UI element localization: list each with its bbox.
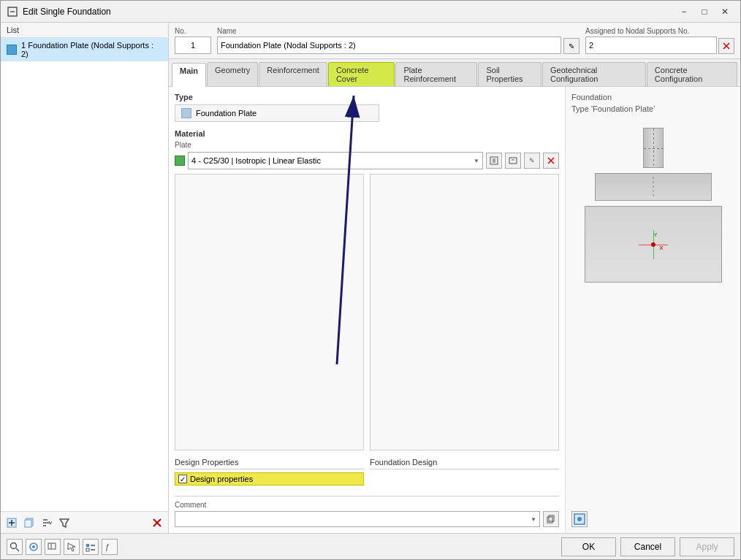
name-group: Name ✎ [217, 27, 580, 54]
filter-button[interactable] [56, 515, 72, 531]
list-item[interactable]: 1 Foundation Plate (Nodal Supports : 2) [1, 38, 168, 61]
design-checkbox-row[interactable]: ✓ Design properties [175, 472, 364, 486]
tabs: Main Geometry Reinforcement Concrete Cov… [169, 59, 740, 86]
sort-button[interactable] [39, 515, 55, 531]
svg-rect-6 [25, 520, 31, 527]
diag-column [643, 128, 664, 168]
type-title: Type [175, 93, 559, 101]
no-input[interactable] [175, 37, 211, 54]
edit-name-button[interactable]: ✎ [563, 38, 580, 54]
assigned-input[interactable] [585, 37, 717, 54]
panel-left [175, 174, 364, 450]
diag-base-plate [595, 173, 712, 201]
tab-concrete-config[interactable]: Concrete Configuration [647, 62, 737, 86]
svg-rect-36 [86, 544, 89, 547]
design-col-1: Design Properties ✓ Design properties [175, 458, 364, 486]
right-panel-label: Foundation [571, 93, 734, 101]
close-button[interactable]: ✕ [715, 4, 734, 19]
search-button[interactable] [7, 539, 23, 555]
top-form: No. Name ✎ Assigned to Nodal Supports No… [169, 23, 740, 59]
comment-area: Comment ▼ [175, 496, 559, 527]
tab-concrete-cover[interactable]: Concrete Cover [328, 62, 395, 86]
window-title: Edit Single Foundation [23, 7, 674, 17]
plate-label: Plate [175, 141, 559, 149]
action-buttons: OK Cancel Apply [561, 537, 734, 556]
minimize-button[interactable]: − [674, 4, 694, 19]
main-content: List 1 Foundation Plate (Nodal Supports … [1, 23, 740, 533]
right-panel-sublabel: Type 'Foundation Plate' [571, 104, 734, 113]
title-bar-buttons: − □ ✕ [674, 4, 734, 19]
left-panel-toolbar [1, 511, 168, 533]
tab-geometry[interactable]: Geometry [207, 62, 258, 86]
dropdown-arrow-icon: ▼ [474, 158, 479, 164]
comment-label: Comment [175, 501, 559, 509]
plate-select-text: 4 - C25/30 | Isotropic | Linear Elastic [191, 156, 471, 165]
maximize-button[interactable]: □ [695, 4, 714, 19]
design-checkbox-label: Design properties [190, 475, 253, 483]
svg-rect-33 [48, 543, 56, 549]
type-value: Foundation Plate [196, 109, 256, 118]
material-info-button[interactable] [486, 153, 502, 169]
svg-point-29 [11, 542, 17, 548]
main-window: Edit Single Foundation − □ ✕ List 1 Foun… [0, 0, 741, 560]
svg-text:ƒ: ƒ [105, 542, 110, 551]
design-checkbox-icon: ✓ [178, 475, 187, 483]
cancel-button[interactable]: Cancel [620, 537, 675, 556]
name-input[interactable] [217, 37, 561, 54]
tab-reinforcement[interactable]: Reinforcement [259, 62, 327, 86]
svg-rect-38 [86, 548, 89, 551]
material-edit-button[interactable]: ✎ [524, 153, 540, 169]
list-item-icon [7, 45, 17, 55]
material-view-button[interactable] [505, 153, 521, 169]
no-group: No. [175, 27, 211, 54]
plate-select[interactable]: 4 - C25/30 | Isotropic | Linear Elastic … [188, 152, 483, 169]
formula-button[interactable]: ƒ [102, 539, 118, 555]
tab-geotechnical-config[interactable]: Geotechnical Configuration [542, 62, 646, 86]
plate-icon [175, 156, 185, 166]
view-button[interactable] [45, 539, 61, 555]
assigned-clear-button[interactable] [718, 38, 734, 54]
material-section: Material Plate 4 - C25/30 | Isotropic | … [175, 129, 559, 169]
type-box: Foundation Plate [175, 104, 379, 122]
list-button[interactable] [83, 539, 99, 555]
content-main: Type Foundation Plate Material Plate [169, 87, 565, 533]
bottom-bar: ƒ OK Cancel Apply [1, 533, 740, 559]
no-label: No. [175, 27, 211, 35]
duplicate-button[interactable] [21, 515, 37, 531]
list-items: 1 Foundation Plate (Nodal Supports : 2) [1, 38, 168, 511]
design-rows: Design Properties ✓ Design properties Fo… [175, 458, 559, 486]
select-button[interactable] [64, 539, 80, 555]
svg-marker-10 [60, 519, 69, 527]
add-button[interactable] [4, 515, 20, 531]
tab-plate-reinforcement[interactable]: Plate Reinforcement [395, 62, 477, 86]
assigned-input-row [585, 37, 734, 54]
material-delete-button[interactable] [543, 153, 559, 169]
assigned-label: Assigned to Nodal Supports No. [585, 27, 734, 35]
svg-point-32 [32, 545, 35, 548]
comment-copy-button[interactable] [543, 511, 559, 527]
tab-main[interactable]: Main [172, 63, 206, 87]
svg-line-30 [16, 548, 19, 551]
list-item-label: 1 Foundation Plate (Nodal Supports : 2) [21, 41, 162, 58]
target-button[interactable] [26, 539, 42, 555]
panels-row [175, 174, 559, 450]
title-bar: Edit Single Foundation − □ ✕ [1, 1, 740, 23]
type-icon [181, 108, 191, 118]
content-right-panel: Foundation Type 'Foundation Plate' [565, 87, 740, 533]
list-header: List [1, 23, 168, 38]
right-panel-icon-button[interactable] [571, 511, 588, 527]
svg-marker-35 [68, 543, 75, 551]
delete-button[interactable] [149, 515, 165, 531]
window-icon [7, 6, 18, 18]
tab-soil-properties[interactable]: Soil Properties [478, 62, 542, 86]
ok-button[interactable]: OK [561, 537, 616, 556]
foundation-diagram: Y X [571, 128, 734, 283]
svg-point-26 [577, 517, 582, 521]
svg-rect-23 [549, 515, 554, 521]
left-panel: List 1 Foundation Plate (Nodal Supports … [1, 23, 169, 533]
design-col-2-title: Foundation Design [370, 458, 559, 469]
apply-button[interactable]: Apply [680, 537, 734, 556]
right-panel-bottom [571, 505, 734, 527]
design-col-2: Foundation Design [370, 458, 559, 486]
tabs-container: Main Geometry Reinforcement Concrete Cov… [169, 59, 740, 87]
